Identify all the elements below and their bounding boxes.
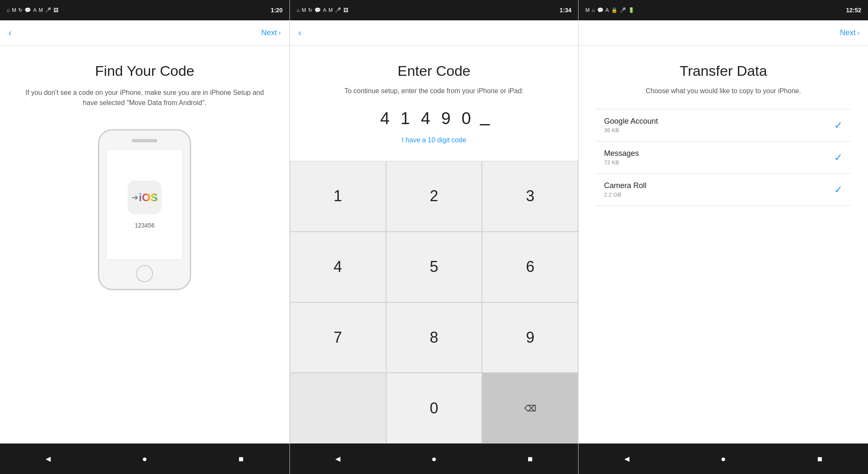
- recent-nav-btn-2[interactable]: ■: [517, 446, 543, 471]
- ios-label: iOS: [139, 191, 158, 204]
- status-time-2: 1:34: [559, 7, 571, 14]
- transfer-item-camera-size: 2.2 GB: [604, 191, 646, 198]
- next-button-1[interactable]: Next ›: [261, 28, 281, 37]
- home-nav-btn-1[interactable]: ●: [132, 446, 157, 471]
- signal-icon-3: A: [606, 7, 609, 13]
- battery-icon-3: 🔋: [628, 7, 634, 13]
- phone-screen-3: M ⌂ 💬 A 🔒 🎤 🔋 12:52 Next › Transfer Data…: [579, 0, 868, 474]
- keypad-btn-delete[interactable]: ⌫: [482, 373, 578, 444]
- digit-link[interactable]: I have a 10 digit code: [402, 136, 466, 144]
- wifi-icon-2: ⌂: [297, 7, 300, 13]
- back-button-2[interactable]: ‹: [298, 28, 301, 39]
- code-display: 4 1 4 9 0: [378, 109, 490, 128]
- keypad-btn-6[interactable]: 6: [482, 232, 578, 302]
- recent-nav-btn-1[interactable]: ■: [228, 446, 254, 471]
- iphone-screen: ➜ iOS 123456: [106, 149, 183, 260]
- transfer-item-google-check: ✓: [834, 119, 843, 131]
- status-time-3: 12:52: [846, 7, 861, 14]
- digit-3: 9: [439, 109, 453, 128]
- screen1-title: Find Your Code: [95, 63, 194, 79]
- screen2-upper: Enter Code To continue setup, enter the …: [290, 46, 579, 161]
- transfer-item-camera-info: Camera Roll 2.2 GB: [604, 181, 646, 198]
- keypad-btn-3[interactable]: 3: [482, 161, 578, 232]
- nav-bar-1: ‹ Next ›: [0, 20, 289, 46]
- ios-logo: ➜ iOS: [128, 180, 161, 214]
- wifi-icon-3: ⌂: [592, 7, 595, 13]
- keypad-btn-0[interactable]: 0: [386, 373, 482, 444]
- transfer-item-messages[interactable]: Messages 72 KB ✓: [595, 141, 851, 174]
- status-time-1: 1:20: [271, 7, 283, 14]
- keypad-btn-7[interactable]: 7: [290, 302, 386, 373]
- iphone-illustration: ➜ iOS 123456: [98, 129, 191, 290]
- signal-icon-1: A: [33, 7, 36, 13]
- wifi-icon-1: ⌂: [7, 7, 10, 13]
- screen2-description: To continue setup, enter the code from y…: [345, 86, 523, 96]
- mail-icon-1: M: [12, 7, 16, 13]
- screen3-description: Choose what you would like to copy to yo…: [645, 86, 801, 96]
- mic-icon-3: 🎤: [620, 7, 626, 13]
- msg-icon-1: 💬: [25, 7, 31, 13]
- digit-4: 0: [459, 109, 473, 128]
- transfer-item-camera-check: ✓: [834, 184, 843, 196]
- home-nav-btn-3[interactable]: ●: [711, 446, 736, 471]
- digit-2: 4: [419, 109, 432, 128]
- digit-1: 1: [398, 109, 412, 128]
- keypad-btn-1[interactable]: 1: [290, 161, 386, 232]
- screen2-title: Enter Code: [398, 63, 470, 79]
- sync-icon-2: ↻: [308, 7, 312, 13]
- transfer-item-messages-size: 72 KB: [604, 159, 639, 166]
- back-button-1[interactable]: ‹: [8, 28, 11, 39]
- keypad-btn-2[interactable]: 2: [386, 161, 482, 232]
- phone-screen-2: ⌂ M ↻ 💬 A M 🎤 🖼 1:34 ‹ Enter Code To con…: [289, 0, 579, 474]
- mail-icon-3: M: [585, 7, 590, 13]
- back-nav-btn-3[interactable]: ◄: [614, 446, 640, 471]
- mail2-icon-1: M: [39, 7, 43, 13]
- transfer-item-google-info: Google Account 36 KB: [604, 117, 658, 133]
- keypad: 1 2 3 4 5 6 7 8 9 0 ⌫: [290, 161, 579, 444]
- msg-icon-3: 💬: [597, 7, 604, 13]
- digit-0: 4: [378, 109, 392, 128]
- nav-bar-2: ‹: [290, 20, 579, 46]
- keypad-btn-8[interactable]: 8: [386, 302, 482, 373]
- bottom-nav-3: ◄ ● ■: [579, 444, 868, 474]
- screen-content-3: Transfer Data Choose what you would like…: [579, 46, 868, 444]
- img-icon-2: 🖼: [343, 7, 348, 13]
- msg-icon-2: 💬: [314, 7, 321, 13]
- transfer-item-messages-info: Messages 72 KB: [604, 149, 639, 166]
- next-label-1: Next: [261, 28, 277, 37]
- transfer-item-camera[interactable]: Camera Roll 2.2 GB ✓: [595, 174, 851, 206]
- nav-bar-3: Next ›: [579, 20, 868, 46]
- keypad-area: 1 2 3 4 5 6 7 8 9 0 ⌫: [290, 161, 579, 444]
- status-bar-3: M ⌂ 💬 A 🔒 🎤 🔋 12:52: [579, 0, 868, 20]
- mail2-icon-2: M: [328, 7, 333, 13]
- next-chevron-1: ›: [278, 29, 281, 37]
- mic-icon-2: 🎤: [335, 7, 341, 13]
- next-label-3: Next: [840, 28, 856, 37]
- status-icons-left-2: ⌂ M ↻ 💬 A M 🎤 🖼: [297, 7, 348, 13]
- home-nav-btn-2[interactable]: ●: [421, 446, 447, 471]
- screen-content-1: Find Your Code If you don't see a code o…: [0, 46, 289, 444]
- iphone-code-display: 123456: [135, 222, 155, 229]
- status-icons-left-3: M ⌂ 💬 A 🔒 🎤 🔋: [585, 7, 634, 13]
- mic-icon-1: 🎤: [45, 7, 51, 13]
- bottom-nav-1: ◄ ● ■: [0, 444, 289, 474]
- transfer-item-google-size: 36 KB: [604, 127, 658, 133]
- bottom-nav-2: ◄ ● ■: [290, 444, 579, 474]
- transfer-item-google-name: Google Account: [604, 117, 658, 126]
- transfer-item-messages-name: Messages: [604, 149, 639, 158]
- recent-nav-btn-3[interactable]: ■: [807, 446, 832, 471]
- keypad-btn-5[interactable]: 5: [386, 232, 482, 302]
- mail-icon-2: M: [302, 7, 306, 13]
- status-icons-left-1: ⌂ M ↻ 💬 A M 🎤 🖼: [7, 7, 58, 13]
- iphone-speaker: [132, 139, 157, 142]
- keypad-btn-4[interactable]: 4: [290, 232, 386, 302]
- next-button-3[interactable]: Next ›: [840, 28, 860, 37]
- transfer-item-messages-check: ✓: [834, 152, 843, 164]
- ios-arrow-icon: ➜: [131, 192, 139, 202]
- transfer-item-google[interactable]: Google Account 36 KB ✓: [595, 109, 851, 141]
- status-bar-1: ⌂ M ↻ 💬 A M 🎤 🖼 1:20: [0, 0, 289, 20]
- keypad-btn-9[interactable]: 9: [482, 302, 578, 373]
- back-nav-btn-2[interactable]: ◄: [325, 446, 351, 471]
- screen3-title: Transfer Data: [679, 63, 767, 79]
- back-nav-btn-1[interactable]: ◄: [36, 446, 61, 471]
